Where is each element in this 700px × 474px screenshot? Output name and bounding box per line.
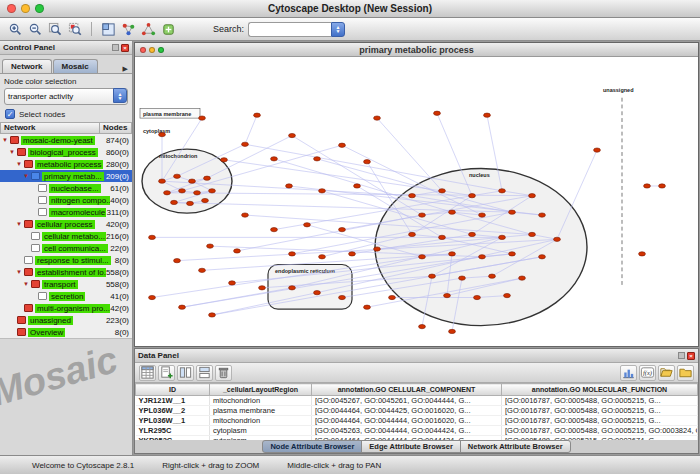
network-node[interactable] <box>364 160 371 164</box>
zoom-window-button[interactable] <box>35 4 44 13</box>
network-node[interactable] <box>314 291 321 295</box>
network-node[interactable] <box>319 255 326 259</box>
network-node[interactable] <box>354 184 361 188</box>
frame-zoom-button[interactable] <box>158 47 164 53</box>
network-node[interactable] <box>271 157 278 161</box>
tab-network-attribute-browser[interactable]: Network Attribute Browser <box>460 440 571 453</box>
network-node[interactable] <box>364 305 371 309</box>
zoom-fit-icon[interactable] <box>46 20 64 38</box>
create-attribute-icon[interactable] <box>158 365 175 381</box>
expand-arrow-icon[interactable]: ▼ <box>16 221 24 227</box>
expand-arrow-icon[interactable]: ▼ <box>2 137 10 143</box>
network-node[interactable] <box>179 305 186 309</box>
network-node[interactable] <box>149 295 156 299</box>
network-node[interactable] <box>179 189 186 193</box>
table-cell[interactable]: [GO:0016787, GO:0005488, GO:0005215, GO:… <box>502 426 698 436</box>
network-node[interactable] <box>469 232 476 236</box>
zoom-region-icon[interactable] <box>66 20 84 38</box>
select-attributes-icon[interactable] <box>139 365 156 381</box>
network-node[interactable] <box>339 227 346 231</box>
network-node[interactable] <box>449 329 456 333</box>
search-input[interactable] <box>248 22 331 37</box>
plugins-icon[interactable] <box>159 20 177 38</box>
close-window-button[interactable] <box>7 4 16 13</box>
network-node[interactable] <box>199 116 206 120</box>
table-cell[interactable]: [GO:0016787, GO:0005488, GO:0005215, G..… <box>502 406 698 416</box>
tree-row[interactable]: multi-organism pro...42(0) <box>0 302 132 314</box>
tab-node-attribute-browser[interactable]: Node Attribute Browser <box>262 440 362 453</box>
expand-arrow-icon[interactable]: ▼ <box>9 149 17 155</box>
network-node[interactable] <box>519 276 526 280</box>
folder-icon[interactable] <box>677 365 694 381</box>
table-cell[interactable]: [GO:0044464, GO:0044425, GO:0016020, G..… <box>312 406 502 416</box>
control-tab-mosaic[interactable]: Mosaic <box>53 59 98 73</box>
table-cell[interactable]: mitochondrion <box>210 416 312 426</box>
table-row[interactable]: YPL036W__2plasma membrane[GO:0044464, GO… <box>136 406 698 416</box>
network-node[interactable] <box>504 293 511 297</box>
network-node[interactable] <box>174 174 181 178</box>
network-node[interactable] <box>189 179 196 183</box>
column-header[interactable]: annotation.GO MOLECULAR_FUNCTION <box>502 384 698 396</box>
network-node[interactable] <box>444 293 451 297</box>
tree-row[interactable]: unassigned223(0) <box>0 314 132 326</box>
network-node[interactable] <box>479 213 486 217</box>
table-cell[interactable]: [GO:0044464, GO:0044444, GO:0016020, G..… <box>312 416 502 426</box>
network-node[interactable] <box>409 232 416 236</box>
network-edge[interactable] <box>377 118 442 191</box>
network-edge[interactable] <box>245 115 257 144</box>
network-node[interactable] <box>409 194 416 198</box>
network-node[interactable] <box>374 247 381 251</box>
overview-icon[interactable] <box>99 20 117 38</box>
vizmapper-icon[interactable] <box>119 20 137 38</box>
float-data-panel-icon[interactable] <box>678 352 685 359</box>
network-node[interactable] <box>349 252 356 256</box>
network-node[interactable] <box>202 198 209 202</box>
network-node[interactable] <box>499 189 506 193</box>
chart-icon[interactable] <box>620 365 637 381</box>
network-node[interactable] <box>254 113 261 117</box>
minimize-window-button[interactable] <box>21 4 30 13</box>
column-header[interactable]: annotation.GO CELLULAR_COMPONENT <box>312 384 502 396</box>
expand-arrow-icon[interactable]: ▼ <box>23 281 31 287</box>
network-node[interactable] <box>286 184 293 188</box>
network-node[interactable] <box>149 235 156 239</box>
network-node[interactable] <box>234 249 241 253</box>
network-node[interactable] <box>159 132 166 136</box>
table-cell[interactable]: cytoplasm <box>210 426 312 436</box>
table-row[interactable]: YLR295Ccytoplasm[GO:0045263, GO:0044444,… <box>136 426 698 436</box>
close-data-panel-icon[interactable]: × <box>687 352 695 360</box>
network-node[interactable] <box>209 313 216 317</box>
network-node[interactable] <box>164 191 171 195</box>
table-cell[interactable]: [GO:0016787, GO:0005488, GO:0005215, G..… <box>502 416 698 426</box>
table-cell[interactable]: mitochondrion <box>210 396 312 406</box>
network-node[interactable] <box>554 237 561 241</box>
table-cell[interactable]: [GO:0016787, GO:0005488, GO:0005215, G..… <box>502 396 698 406</box>
network-node[interactable] <box>319 189 326 193</box>
network-node[interactable] <box>529 232 536 236</box>
network-node[interactable] <box>459 276 466 280</box>
compartment-nucleus[interactable] <box>375 169 587 326</box>
tree-row[interactable]: ▼metabolic process280(0) <box>0 158 132 170</box>
network-node[interactable] <box>419 213 426 217</box>
network-node[interactable] <box>199 268 206 272</box>
network-node[interactable] <box>289 286 296 290</box>
expand-arrow-icon[interactable]: ▼ <box>23 173 31 179</box>
open-folder-icon[interactable] <box>658 365 675 381</box>
network-node[interactable] <box>439 189 446 193</box>
network-node[interactable] <box>271 227 278 231</box>
network-node[interactable] <box>659 184 666 188</box>
network-node[interactable] <box>539 255 546 259</box>
tree-row[interactable]: ▼mosaic-demo-yeast874(0) <box>0 134 132 146</box>
tab-scroll-arrow-icon[interactable]: ▶ <box>123 65 130 73</box>
network-node[interactable] <box>204 176 211 180</box>
frame-close-button[interactable] <box>140 47 146 53</box>
tree-row[interactable]: response to stimul...8(0) <box>0 254 132 266</box>
network-node[interactable] <box>289 133 296 137</box>
tree-row[interactable]: nucleobase...61(0) <box>0 182 132 194</box>
network-node[interactable] <box>479 255 486 259</box>
table-cell[interactable]: [GO:0045267, GO:0045261, GO:0044444, G..… <box>312 396 502 406</box>
network-node[interactable] <box>539 213 546 217</box>
tree-row[interactable]: macromolecule...311(0) <box>0 206 132 218</box>
network-node[interactable] <box>259 286 266 290</box>
network-node[interactable] <box>314 157 321 161</box>
